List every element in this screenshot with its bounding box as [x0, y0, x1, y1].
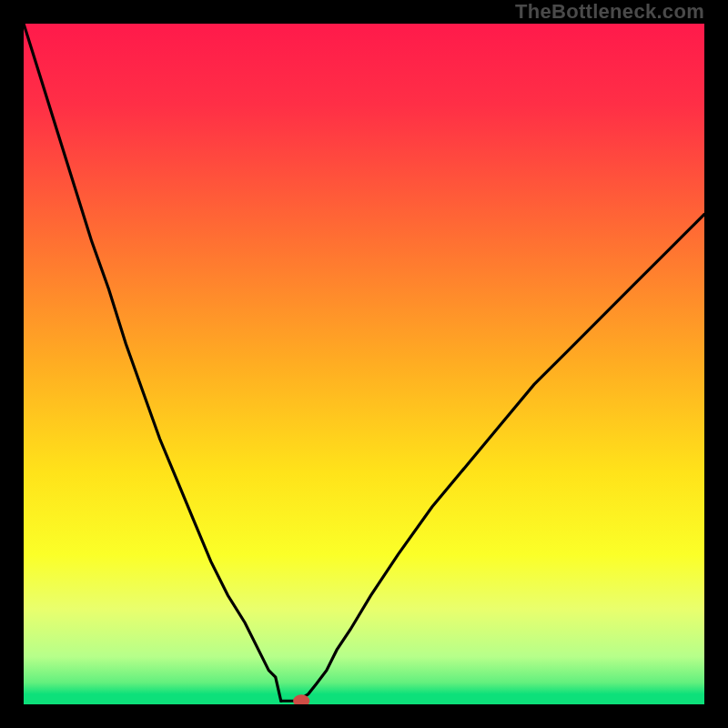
chart-svg	[24, 24, 704, 704]
watermark-label: TheBottleneck.com	[515, 0, 704, 24]
chart-frame: TheBottleneck.com	[0, 0, 728, 728]
plot-area	[24, 24, 704, 704]
gradient-background	[24, 24, 704, 704]
